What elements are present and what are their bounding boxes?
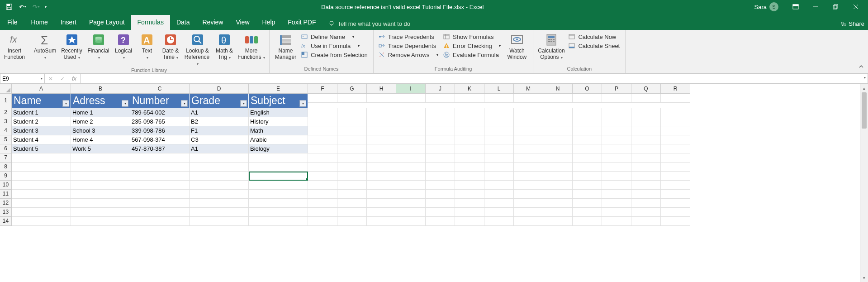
trace-dependents-button[interactable]: Trace Dependents [377,42,440,50]
cell[interactable]: Subject▾ [249,94,308,108]
cell[interactable] [514,208,543,217]
error-checking-button[interactable]: Error Checking ▾ [442,42,503,50]
create-from-selection-button[interactable]: Create from Selection [300,51,370,59]
cell[interactable] [396,144,426,153]
calculation-options-button[interactable]: Calculation Options ▾ [537,32,565,62]
cell[interactable]: Name▾ [12,94,71,108]
col-header-K[interactable]: K [455,84,484,94]
cell[interactable] [426,181,455,190]
tab-page-layout[interactable]: Page Layout [83,15,131,30]
cell[interactable] [426,208,455,217]
filter-dropdown[interactable]: ▾ [299,100,306,107]
row-header-1[interactable]: 1 [0,94,12,108]
cell[interactable] [484,172,514,181]
tab-file[interactable]: File [0,15,25,30]
collapse-ribbon-button[interactable] [858,63,864,71]
cell[interactable] [337,172,367,181]
col-header-P[interactable]: P [602,84,631,94]
cell[interactable] [71,172,130,181]
cell[interactable] [514,190,543,199]
col-header-Q[interactable]: Q [631,84,661,94]
cell[interactable] [661,172,690,181]
cell[interactable] [661,126,690,135]
calculate-now-button[interactable]: Calculate Now [567,33,621,41]
cell[interactable] [543,208,573,217]
cell[interactable] [484,144,514,153]
cell[interactable] [308,172,337,181]
cell[interactable] [367,108,396,117]
cell[interactable] [455,190,484,199]
cell[interactable] [71,153,130,163]
col-header-G[interactable]: G [337,84,367,94]
cell[interactable] [514,172,543,181]
cell[interactable] [130,217,190,226]
cell[interactable] [455,153,484,163]
cell[interactable] [661,190,690,199]
cell[interactable]: Work 5 [71,144,130,153]
cell[interactable] [514,199,543,208]
cell[interactable]: A1 [190,108,249,117]
cell[interactable] [396,199,426,208]
cell[interactable] [367,217,396,226]
filter-dropdown[interactable]: ▾ [181,100,188,107]
cell[interactable] [12,199,71,208]
cell[interactable] [543,217,573,226]
cell[interactable]: Home 4 [71,135,130,144]
cell[interactable] [661,217,690,226]
fx-button[interactable]: fx [68,75,80,82]
row-header-8[interactable]: 8 [0,163,12,172]
cell[interactable] [543,108,573,117]
scroll-up-button[interactable]: ▴ [860,84,868,92]
cell[interactable] [573,135,602,144]
cell[interactable]: Home 2 [71,117,130,126]
cell[interactable] [455,117,484,126]
cell[interactable] [249,153,308,163]
cell[interactable] [190,181,249,190]
cell[interactable] [602,135,631,144]
cell[interactable]: Biology [249,144,308,153]
cell[interactable]: Student 4 [12,135,71,144]
col-header-C[interactable]: C [130,84,190,94]
cell[interactable] [426,190,455,199]
cell[interactable] [573,199,602,208]
cell[interactable]: Grade▾ [190,94,249,108]
cell[interactable] [190,199,249,208]
cell[interactable]: Math [249,126,308,135]
select-all-corner[interactable] [0,84,12,94]
cell[interactable]: Student 1 [12,108,71,117]
row-header-10[interactable]: 10 [0,181,12,190]
redo-button[interactable]: ↷▾ [30,1,43,12]
cell[interactable]: English [249,108,308,117]
cell[interactable] [12,172,71,181]
cell[interactable] [308,217,337,226]
ribbon-display-options[interactable] [786,0,806,14]
cell[interactable] [543,153,573,163]
cell[interactable] [484,181,514,190]
cell[interactable] [514,163,543,172]
cell[interactable] [249,190,308,199]
remove-arrows-button[interactable]: Remove Arrows ▾ [377,51,440,59]
cell[interactable] [337,153,367,163]
cell[interactable] [190,172,249,181]
share-button[interactable]: Share [840,20,864,27]
cell[interactable] [602,190,631,199]
user-avatar[interactable]: S [769,2,778,11]
cell[interactable] [573,190,602,199]
cell[interactable] [631,94,661,103]
cell[interactable] [396,117,426,126]
cell[interactable] [543,126,573,135]
row-header-14[interactable]: 14 [0,217,12,226]
cell[interactable] [190,190,249,199]
cell[interactable] [367,94,396,103]
cell[interactable] [367,144,396,153]
cell[interactable] [514,181,543,190]
tab-view[interactable]: View [229,15,256,30]
cell[interactable] [396,126,426,135]
row-header-13[interactable]: 13 [0,208,12,217]
cell[interactable] [514,144,543,153]
cell[interactable] [602,117,631,126]
cell[interactable] [249,181,308,190]
filter-dropdown[interactable]: ▾ [62,100,69,107]
col-header-A[interactable]: A [12,84,71,94]
cell[interactable] [308,144,337,153]
